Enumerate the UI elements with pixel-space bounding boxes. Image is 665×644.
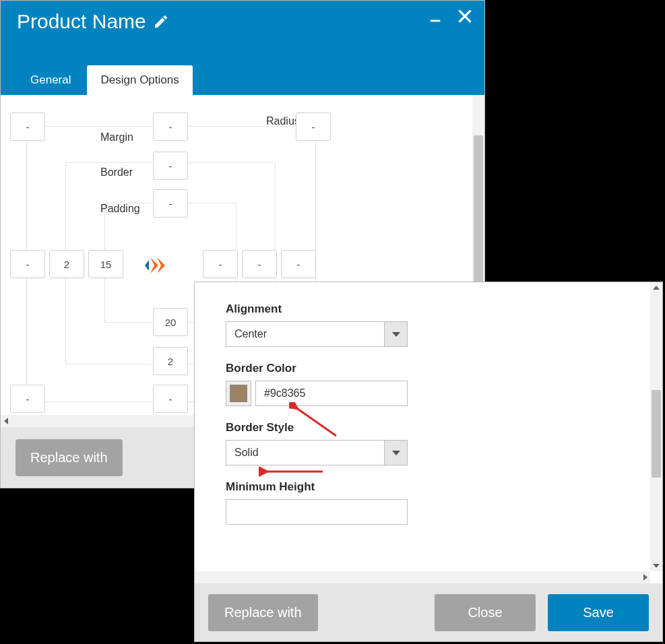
- dialog-title: Product Name: [17, 10, 146, 33]
- edit-icon[interactable]: [153, 13, 169, 30]
- tab-general[interactable]: General: [17, 65, 84, 95]
- front-horizontal-scrollbar[interactable]: [195, 571, 650, 583]
- margin-bottom-input[interactable]: -: [153, 385, 188, 413]
- border-left-input[interactable]: 2: [49, 250, 84, 278]
- radius-top-right-input[interactable]: -: [296, 112, 331, 141]
- replace-with-button[interactable]: Replace with: [15, 439, 123, 476]
- alignment-select[interactable]: Center: [226, 321, 408, 347]
- min-height-input[interactable]: [226, 499, 408, 525]
- svg-rect-0: [431, 20, 441, 22]
- margin-bottom-left-radius[interactable]: -: [10, 385, 45, 413]
- chevron-down-icon[interactable]: [385, 440, 408, 465]
- minimize-icon[interactable]: [428, 9, 443, 24]
- padding-left-input[interactable]: 15: [88, 250, 123, 278]
- min-height-label: Minimum Height: [226, 480, 619, 494]
- margin-top-input[interactable]: -: [153, 112, 188, 141]
- front-dialog: Alignment Center Border Color: [194, 282, 663, 642]
- padding-label: Padding: [100, 203, 140, 215]
- alignment-label: Alignment: [226, 302, 619, 316]
- close-button[interactable]: Close: [435, 594, 536, 631]
- tab-design[interactable]: Design Options: [87, 65, 192, 95]
- save-button[interactable]: Save: [548, 594, 649, 631]
- border-style-label: Border Style: [226, 421, 619, 434]
- border-label: Border: [100, 166, 133, 179]
- front-footer: Replace with Close Save: [195, 583, 662, 641]
- alignment-value: Center: [226, 321, 385, 347]
- front-vertical-scrollbar[interactable]: [650, 282, 662, 571]
- border-color-input[interactable]: [255, 381, 408, 406]
- back-header: Product Name General Design Options: [1, 1, 484, 95]
- border-style-value: Solid: [226, 440, 385, 465]
- border-color-swatch[interactable]: [226, 381, 251, 406]
- replace-with-button[interactable]: Replace with: [208, 594, 318, 631]
- chevron-down-icon[interactable]: [385, 321, 408, 347]
- content-placeholder-icon: [142, 253, 169, 278]
- close-icon[interactable]: [456, 7, 474, 25]
- margin-left-input[interactable]: -: [10, 250, 45, 278]
- border-right-input[interactable]: -: [242, 250, 277, 278]
- padding-bottom-input[interactable]: 20: [153, 308, 188, 336]
- padding-right-input[interactable]: -: [203, 250, 238, 278]
- margin-right-input[interactable]: -: [281, 250, 316, 278]
- padding-top-input[interactable]: -: [153, 189, 188, 218]
- border-top-input[interactable]: -: [153, 152, 188, 180]
- margin-top-left-radius[interactable]: -: [10, 112, 45, 141]
- margin-label: Margin: [100, 131, 133, 143]
- border-bottom-input[interactable]: 2: [153, 347, 188, 375]
- border-style-select[interactable]: Solid: [226, 440, 408, 465]
- border-color-label: Border Color: [226, 362, 619, 375]
- radius-label: Radius: [266, 115, 300, 127]
